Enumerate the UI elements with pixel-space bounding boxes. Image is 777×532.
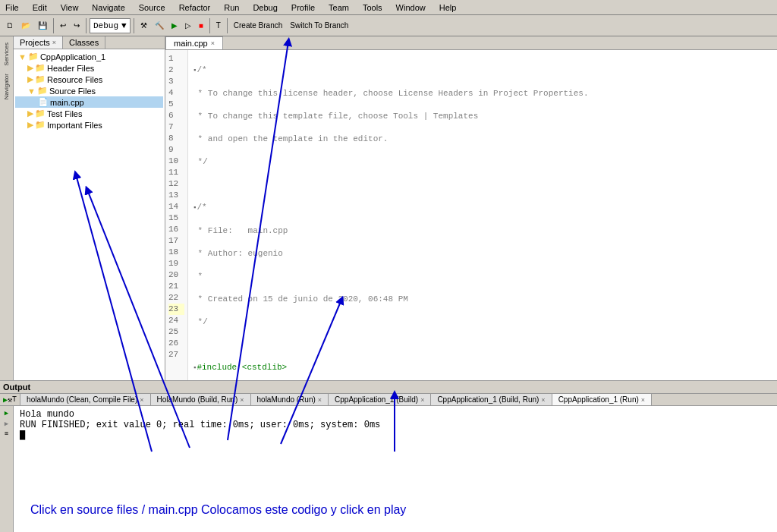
- code-editor[interactable]: ▪/* * To change this license header, cho…: [188, 50, 777, 380]
- build-btn[interactable]: ⚒: [137, 17, 150, 34]
- tree-item-important-files[interactable]: ▶ 📁 Important Files: [15, 119, 163, 131]
- expand-icon-hf: ▶: [27, 63, 33, 73]
- debug-run-btn[interactable]: ▷: [182, 17, 194, 34]
- redo-btn[interactable]: ↪: [71, 17, 83, 34]
- code-line-11: * Created on 15 de junio de 2020, 06:48 …: [193, 294, 772, 305]
- editor-tab-main-cpp[interactable]: main.cpp ×: [165, 36, 223, 49]
- fold-1[interactable]: ▪: [193, 67, 197, 74]
- menu-debug[interactable]: Debug: [250, 3, 279, 12]
- file-icon-main: 📄: [38, 97, 49, 107]
- code-line-3: * To change this template file, choose T…: [193, 111, 772, 122]
- line-num: 19: [168, 258, 184, 269]
- menu-source[interactable]: Source: [137, 3, 168, 12]
- clean-btn[interactable]: 🔨: [152, 17, 167, 34]
- line-num: 26: [168, 338, 184, 349]
- dropdown-arrow-icon: ▼: [121, 21, 127, 30]
- output-tab-build-close[interactable]: ×: [420, 396, 424, 404]
- expand-icon: ▼: [18, 52, 27, 61]
- project-tree: ▼ 📁 CppApplication_1 ▶ 📁 Header Files ▶ …: [14, 49, 165, 380]
- output-tab-run2[interactable]: CppApplication_1 (Run) ×: [552, 394, 652, 405]
- output-tab-br2-close[interactable]: ×: [541, 396, 545, 404]
- menu-edit[interactable]: Edit: [30, 3, 49, 12]
- sep3: [134, 18, 134, 33]
- output-tab-build[interactable]: CppApplication_1 (Build) ×: [329, 394, 431, 405]
- services-icon[interactable]: Services: [2, 39, 11, 69]
- menu-refactor[interactable]: Refactor: [177, 3, 213, 12]
- project-icon: 📁: [28, 52, 39, 61]
- output-tab-run[interactable]: holaMundo (Run) ×: [251, 394, 329, 405]
- tree-item-cppapp[interactable]: ▼ 📁 CppApplication_1: [15, 51, 163, 62]
- menu-window[interactable]: Window: [394, 3, 428, 12]
- line-num: 6: [168, 110, 184, 121]
- menu-help[interactable]: Help: [437, 3, 459, 12]
- output-tab-build-run2[interactable]: CppApplication_1 (Build, Run) ×: [431, 394, 552, 405]
- code-line-7: ▪/*: [193, 202, 772, 214]
- output-tab-run-close[interactable]: ×: [318, 396, 322, 404]
- menu-team[interactable]: Team: [326, 3, 351, 12]
- output-tab-run2-close[interactable]: ×: [641, 396, 645, 404]
- output-tab-br-close[interactable]: ×: [240, 396, 244, 404]
- tree-item-source-files[interactable]: ▼ 📁 Source Files: [15, 85, 163, 96]
- fold-7[interactable]: ▪: [193, 204, 197, 212]
- tab-projects[interactable]: Projects ×: [14, 36, 63, 49]
- menu-file[interactable]: File: [3, 3, 21, 12]
- output-tabs: ▶ ⚒ T holaMundo (Clean, Compile File) × …: [0, 394, 777, 406]
- sep1: [53, 18, 54, 33]
- output-tab-run2-label: CppApplication_1 (Run): [558, 395, 639, 404]
- menu-profile[interactable]: Profile: [289, 3, 317, 12]
- open-btn[interactable]: 📂: [18, 17, 33, 34]
- tree-item-resource-files[interactable]: ▶ 📁 Resource Files: [15, 74, 163, 85]
- menu-tools[interactable]: Tools: [360, 3, 385, 12]
- expand-icon-if: ▶: [27, 120, 33, 130]
- navigator-icon[interactable]: Navigator: [2, 71, 11, 102]
- annotation-text: Click en source files / main.cpp Colocam…: [30, 503, 406, 517]
- output-tab-cc-close[interactable]: ×: [140, 396, 143, 404]
- clear-output-icon[interactable]: ≡: [5, 430, 8, 438]
- tree-item-test-files[interactable]: ▶ 📁 Test Files: [15, 108, 163, 119]
- tree-item-main-cpp[interactable]: 📄 main.cpp: [15, 96, 163, 108]
- folder-icon-tf: 📁: [35, 109, 46, 118]
- classes-tab-label: Classes: [69, 38, 99, 47]
- create-branch-btn[interactable]: Create Branch: [231, 17, 285, 34]
- folder-icon-rf: 📁: [35, 74, 46, 84]
- stop-btn[interactable]: ■: [196, 17, 206, 34]
- project-name: CppApplication_1: [40, 52, 105, 61]
- debug-mode-label: Debug: [93, 21, 118, 30]
- undo-btn[interactable]: ↩: [57, 17, 69, 34]
- code-line-1: ▪/*: [193, 65, 772, 77]
- switch-branch-btn[interactable]: Switch To Branch: [287, 17, 351, 34]
- menu-view[interactable]: View: [58, 3, 81, 12]
- line-num: 20: [168, 269, 184, 281]
- menu-run[interactable]: Run: [222, 3, 241, 12]
- line-num: 7: [168, 121, 184, 133]
- stop-run-icon[interactable]: ▶: [5, 420, 8, 428]
- output-tab-cc-label: holaMundo (Clean, Compile File): [27, 395, 137, 404]
- label-test-files: Test Files: [47, 109, 82, 118]
- line-num: 13: [168, 190, 184, 201]
- projects-tab-close[interactable]: ×: [52, 39, 56, 46]
- debug-mode-dropdown[interactable]: Debug ▼: [90, 18, 131, 33]
- run-again-icon[interactable]: ▶: [5, 409, 8, 417]
- menu-navigate[interactable]: Navigate: [90, 3, 127, 12]
- sep2: [86, 18, 87, 33]
- annotation-label: Click en source files / main.cpp Colocam…: [30, 503, 406, 516]
- label-important-files: Important Files: [47, 121, 102, 130]
- output-tab-clean-compile[interactable]: holaMundo (Clean, Compile File) ×: [20, 394, 150, 405]
- editor-tab-close[interactable]: ×: [211, 39, 215, 47]
- tab-classes[interactable]: Classes: [63, 36, 105, 49]
- line-num: 25: [168, 326, 184, 338]
- run-btn[interactable]: ▶: [168, 17, 181, 34]
- left-sidebar: Services Navigator: [0, 36, 14, 380]
- expand-icon-sf: ▼: [27, 87, 36, 96]
- output-tab-build-run[interactable]: HolaMundo (Build, Run) ×: [151, 394, 251, 405]
- test-btn[interactable]: T: [213, 17, 224, 34]
- output-cursor: █: [20, 430, 771, 441]
- line-num: 23: [168, 304, 184, 315]
- projects-tab-label: Projects: [20, 38, 50, 47]
- output-tab-br-label: HolaMundo (Build, Run): [157, 395, 238, 404]
- tree-item-header-files[interactable]: ▶ 📁 Header Files: [15, 62, 163, 74]
- new-project-btn[interactable]: 🗋: [3, 17, 17, 34]
- expand-icon-rf: ▶: [27, 74, 33, 84]
- expand-icon-tf: ▶: [27, 109, 33, 118]
- save-btn[interactable]: 💾: [35, 17, 50, 34]
